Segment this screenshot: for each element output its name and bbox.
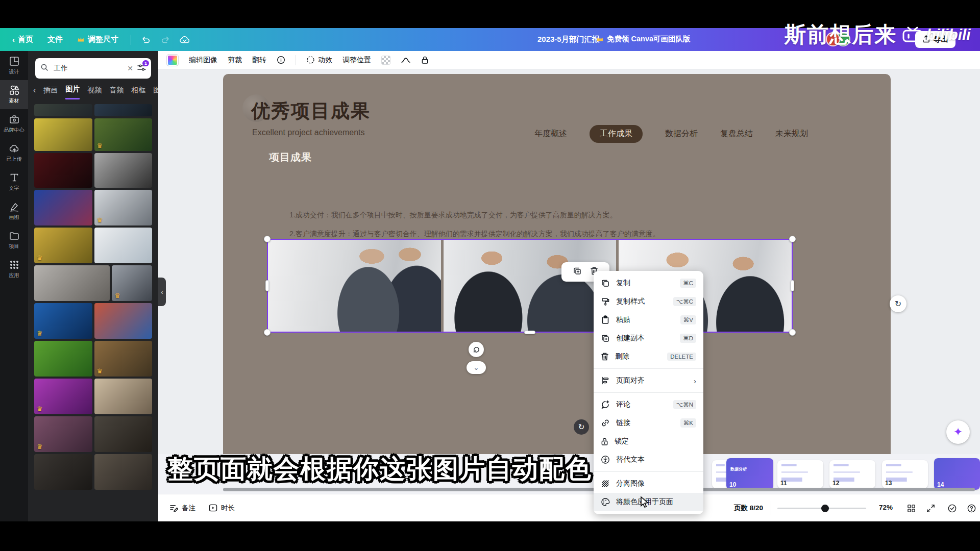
sidebar-item-brand[interactable]: 品牌中心	[0, 109, 28, 138]
duration-button[interactable]: 时长	[209, 504, 235, 513]
slide-nav-item[interactable]: 未来规划	[775, 129, 808, 139]
stock-photo[interactable]	[34, 265, 110, 301]
rotate-handle[interactable]	[469, 342, 484, 357]
collapse-toolbar-button[interactable]: ⌄	[467, 361, 486, 374]
sidebar-item-apps[interactable]: 应用	[0, 255, 28, 284]
animate-button[interactable]: 动效	[306, 56, 332, 65]
sidebar-item-projects[interactable]: 项目	[0, 226, 28, 255]
resize-button[interactable]: 调整尺寸	[72, 32, 124, 47]
tab-illustration[interactable]: 插画	[43, 86, 58, 99]
info-icon[interactable]	[277, 56, 285, 64]
stock-photo[interactable]: ♛	[34, 416, 92, 452]
stock-photo[interactable]	[94, 153, 153, 188]
page-thumbnail[interactable]: 11	[777, 460, 823, 488]
selection-handle[interactable]	[264, 236, 271, 242]
menu-item-link[interactable]: 链接 ⌘K	[594, 414, 703, 432]
sidebar-item-draw[interactable]: 画图	[0, 196, 28, 226]
slide-nav-item[interactable]: 复盘总结	[720, 129, 753, 139]
filter-icon[interactable]: 1	[137, 64, 146, 73]
upgrade-link[interactable]: 免费领 Canva可画团队版	[596, 34, 691, 44]
selection-handle[interactable]	[524, 331, 535, 334]
cloud-save-icon[interactable]	[177, 32, 192, 47]
clear-search-icon[interactable]: ✕	[127, 64, 133, 72]
undo-button[interactable]	[138, 32, 154, 47]
tab-charts[interactable]: 图表	[153, 86, 158, 99]
menu-item-detach-image[interactable]: 分离图像	[594, 474, 703, 493]
sidebar-item-design[interactable]: 设计	[0, 51, 28, 80]
home-button[interactable]: ‹ 首页	[7, 32, 38, 47]
transparency-icon[interactable]	[381, 56, 390, 65]
stock-photo[interactable]: ♛	[34, 228, 92, 263]
lock-icon[interactable]	[421, 56, 429, 64]
stock-photo[interactable]	[94, 303, 153, 339]
edit-image-button[interactable]: 编辑图像	[189, 56, 217, 65]
slide-nav-item-active[interactable]: 工作成果	[590, 125, 643, 143]
refresh-button[interactable]: ↻	[890, 295, 906, 312]
page-thumbnail[interactable]: 13	[882, 460, 928, 488]
search-input[interactable]	[53, 64, 123, 73]
selection-handle[interactable]	[265, 280, 269, 291]
tab-videos[interactable]: 视频	[87, 86, 102, 99]
tab-frames[interactable]: 相框	[131, 86, 145, 99]
page-thumbnail[interactable]: 12	[829, 460, 875, 488]
menu-item-comment[interactable]: 评论 ⌥⌘N	[594, 395, 703, 414]
slide-page[interactable]: 优秀项目成果 Excellent project achievements 年度…	[223, 74, 891, 454]
search-box[interactable]: ✕ 1	[35, 58, 151, 79]
stock-photo[interactable]	[34, 118, 92, 151]
menu-item-delete[interactable]: 删除 DELETE	[594, 347, 703, 366]
position-button[interactable]: 调整位置	[342, 56, 371, 65]
flip-button[interactable]: 翻转	[252, 56, 266, 65]
zoom-slider-knob[interactable]	[821, 505, 829, 512]
slide-subtitle[interactable]: Excellent project achievements	[252, 128, 365, 137]
copy-style-icon[interactable]	[401, 56, 411, 64]
selection-handle[interactable]	[791, 280, 794, 291]
stock-photo[interactable]	[34, 153, 92, 188]
sidebar-item-elements[interactable]: 素材	[0, 80, 28, 109]
saved-check-icon[interactable]	[945, 502, 959, 515]
selection-handle[interactable]	[264, 329, 271, 336]
crop-button[interactable]: 剪裁	[228, 56, 242, 65]
stock-photo[interactable]: ♛	[112, 265, 152, 301]
menu-item-align[interactable]: 页面对齐 ›	[594, 371, 703, 390]
image-color-tile[interactable]	[166, 54, 179, 66]
selection-handle[interactable]	[789, 329, 796, 336]
slide-title[interactable]: 优秀项目成果	[251, 98, 371, 124]
stock-photo[interactable]	[94, 416, 153, 452]
menu-item-alt-text[interactable]: 替代文本	[594, 450, 703, 469]
stock-photo[interactable]	[94, 104, 153, 116]
stock-photo[interactable]	[34, 454, 92, 490]
file-menu-button[interactable]: 文件	[42, 32, 68, 47]
slide-nav-item[interactable]: 年度概述	[534, 129, 567, 139]
menu-item-copy[interactable]: 复制 ⌘C	[594, 274, 703, 292]
stock-photo[interactable]: ♛	[94, 341, 153, 377]
fullscreen-icon[interactable]	[924, 502, 937, 515]
slide-section-heading[interactable]: 项目成果	[269, 151, 312, 164]
stock-photo[interactable]: ♛	[34, 303, 92, 339]
rotate-icon[interactable]: ↻	[574, 419, 589, 435]
stock-photo[interactable]	[94, 454, 153, 490]
tabs-back-chevron[interactable]: ‹	[33, 86, 36, 99]
stock-photo[interactable]	[94, 228, 153, 263]
magic-assistant-button[interactable]: ✦	[946, 420, 970, 444]
zoom-slider[interactable]	[777, 508, 866, 509]
selection-handle[interactable]	[789, 236, 796, 242]
document-title[interactable]: 2023-5月部门汇报	[537, 35, 600, 44]
notes-button[interactable]: 备注	[169, 504, 195, 513]
slide-photo[interactable]	[444, 240, 617, 332]
sidebar-item-uploads[interactable]: 已上传	[0, 138, 28, 167]
menu-item-paste[interactable]: 粘贴 ⌘V	[594, 311, 703, 329]
duplicate-icon[interactable]	[573, 266, 582, 278]
stock-photo[interactable]: ♛	[94, 190, 153, 226]
stock-photo[interactable]	[94, 379, 153, 414]
stock-photo[interactable]	[34, 190, 92, 226]
slide-nav-item[interactable]: 数据分析	[665, 129, 698, 139]
redo-button[interactable]	[158, 32, 173, 47]
grid-view-icon[interactable]	[904, 502, 918, 515]
panel-collapse-chevron[interactable]: ‹	[158, 278, 166, 306]
help-icon[interactable]	[965, 502, 978, 515]
selected-image-group[interactable]	[267, 239, 793, 333]
stock-photo[interactable]	[34, 104, 92, 116]
stock-photo[interactable]: ♛	[94, 118, 153, 151]
stock-photo[interactable]	[34, 341, 92, 377]
tab-photos[interactable]: 图片	[65, 85, 80, 99]
